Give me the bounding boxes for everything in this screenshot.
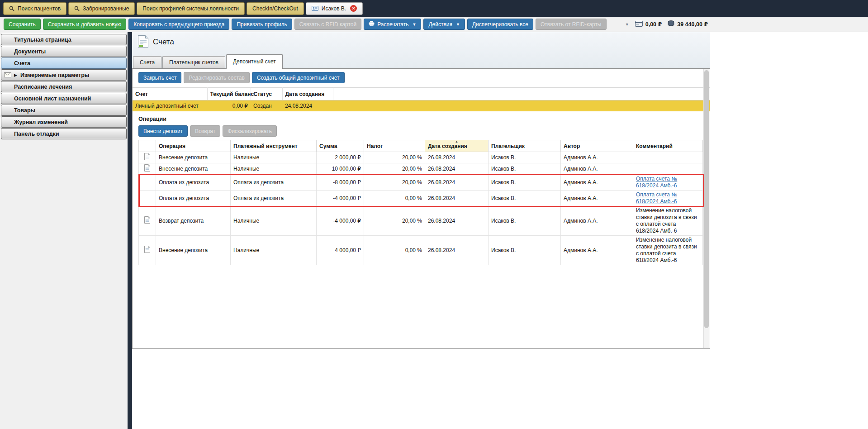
app-window: Поиск пациентовЗабронированныеПоиск проф… <box>0 0 868 429</box>
deposit-account-panel: Закрыть счетРедактировать составСоздать … <box>132 68 710 349</box>
tab-label: CheckIn/CheckOut <box>252 5 298 12</box>
button-label: Отвязать от RFID-карты <box>541 21 602 28</box>
sidebar-item-title-page[interactable]: Титульная страница <box>1 34 127 45</box>
operation-row[interactable]: Внесение депозитаНаличные2 000,00 ₽20,00… <box>139 152 703 163</box>
card-balance: 0,00 ₽ <box>635 21 662 28</box>
invoice-payment-link[interactable]: Оплата счета № 618/2024 Амб.-6 <box>636 176 677 189</box>
copy-from-previous-visit-button[interactable]: Копировать с предыдущего приезда <box>128 19 229 30</box>
sidebar-divider <box>128 32 132 429</box>
column-header[interactable]: Операция <box>156 140 231 152</box>
sidebar-item-label: Товары <box>14 107 35 114</box>
operations-table-wrap: ОперацияПлатежный инструментСуммаНалог▲Д… <box>138 140 703 265</box>
tab-loyalty-profile-search[interactable]: Поиск профилей системы лояльности <box>137 2 245 15</box>
button-label: Действия <box>428 21 452 28</box>
document-icon[interactable] <box>144 248 150 254</box>
tab-deposit-account[interactable]: Депозитный счет <box>226 54 283 69</box>
tab-booked-patients[interactable]: Забронированные <box>68 2 135 15</box>
tab-label: Забронированные <box>83 5 129 12</box>
column-header[interactable]: Платежный инструмент <box>231 140 317 152</box>
deposit-balance: 39 440,00 ₽ <box>668 20 708 28</box>
tab-accounts[interactable]: Счета <box>133 56 161 68</box>
operations-header-row: ОперацияПлатежный инструментСуммаНалог▲Д… <box>139 140 703 152</box>
sidebar-item-main-prescription-list[interactable]: Основной лист назначений <box>1 93 127 104</box>
button-label: Связать с RFID картой <box>299 21 356 28</box>
operation-row[interactable]: Оплата из депозитаОплата из депозита-8 0… <box>139 175 703 191</box>
actions-button[interactable]: Действия▼ <box>423 19 465 30</box>
vertical-scrollbar[interactable] <box>703 69 709 348</box>
deposit-account-row[interactable]: Личный депозитный счет0,00 ₽Создан24.08.… <box>133 100 710 111</box>
close-account-button[interactable]: Закрыть счет <box>138 72 181 83</box>
operation-row[interactable]: Оплата из депозитаОплата из депозита-4 0… <box>139 191 703 206</box>
operations-table: ОперацияПлатежный инструментСуммаНалог▲Д… <box>138 140 703 265</box>
tab-patient-search[interactable]: Поиск пациентов <box>3 2 66 15</box>
link-profile-button[interactable]: Привязать профиль <box>232 19 292 30</box>
button-label: Привязать профиль <box>237 21 287 28</box>
unlink-rfid-card-button[interactable]: Отвязать от RFID-карты <box>536 19 607 30</box>
operation-row[interactable]: Внесение депозитаНаличные10 000,00 ₽20,0… <box>139 163 703 175</box>
sidebar: Титульная страницаДокументыСчета▶Измеряе… <box>0 32 128 429</box>
close-tab-icon[interactable]: × <box>350 5 357 12</box>
tab-checkin-checkout[interactable]: CheckIn/CheckOut <box>247 2 304 15</box>
sidebar-item-goods[interactable]: Товары <box>1 105 127 116</box>
column-header[interactable]: Текущий баланс <box>207 88 251 100</box>
button-label: Копировать с предыдущего приезда <box>133 21 224 28</box>
expand-arrow-icon[interactable]: ▶ <box>14 73 17 77</box>
save-button[interactable]: Сохранить <box>4 19 41 30</box>
content-header: Счета СчетаПлательщик счетовДепозитный с… <box>132 32 710 68</box>
fiscalize-button[interactable]: Фискализировать <box>223 125 277 137</box>
column-header[interactable]: Плательщик <box>489 140 561 152</box>
save-and-add-new-button[interactable]: Сохранить и добавить новую <box>43 19 127 30</box>
create-shared-deposit-account-button[interactable]: Создать общий депозитный счет <box>252 72 345 83</box>
column-header[interactable]: Сумма <box>317 140 364 152</box>
tab-bill-payer[interactable]: Плательщик счетов <box>162 56 225 68</box>
sort-asc-icon: ▲ <box>455 140 458 143</box>
refund-button[interactable]: Возврат <box>190 125 220 137</box>
card-balance-value: 0,00 ₽ <box>645 21 662 28</box>
column-header[interactable]: Счет <box>133 88 207 100</box>
column-header[interactable]: Автор <box>561 140 633 152</box>
main-content: Счета СчетаПлательщик счетовДепозитный с… <box>132 32 868 429</box>
sidebar-item-label: Панель отладки <box>14 131 59 137</box>
link-rfid-card-button[interactable]: Связать с RFID картой <box>294 19 361 30</box>
operation-row[interactable]: Внесение депозитаНаличные4 000,00 ₽0,00 … <box>139 236 703 265</box>
add-deposit-button[interactable]: Внести депозит <box>138 125 188 137</box>
top-tab-bar: Поиск пациентовЗабронированныеПоиск проф… <box>0 0 868 17</box>
column-header[interactable]: Налог <box>364 140 425 152</box>
print-button[interactable]: Распечатать▼ <box>364 19 421 30</box>
sidebar-item-change-log[interactable]: Журнал изменений <box>1 116 127 128</box>
column-header[interactable]: Комментарий <box>633 140 703 152</box>
title-band: Счета <box>132 32 710 52</box>
tab-label: Плательщик счетов <box>169 59 218 66</box>
column-filler <box>333 88 710 100</box>
document-icon[interactable] <box>144 219 150 225</box>
toolbar-buttons: СохранитьСохранить и добавить новуюКопир… <box>4 19 607 30</box>
card-reader-icon <box>635 21 643 28</box>
button-label: Диспетчеризовать все <box>472 21 528 28</box>
toolbar-overflow-icon[interactable]: ▾ <box>626 22 628 27</box>
tab-patient-isakov[interactable]: Исаков В.× <box>306 2 363 15</box>
icon-column-header[interactable] <box>139 140 156 152</box>
tab-label: Поиск профилей системы лояльности <box>142 5 239 12</box>
scrollbar-thumb[interactable] <box>704 70 709 328</box>
sidebar-item-measured-parameters[interactable]: ▶Измеряемые параметры <box>1 69 127 81</box>
dispatch-all-button[interactable]: Диспетчеризовать все <box>467 19 533 30</box>
sidebar-item-documents[interactable]: Документы <box>1 46 127 57</box>
sidebar-item-accounts[interactable]: Счета <box>1 57 127 69</box>
sidebar-item-debug-panel[interactable]: Панель отладки <box>1 128 127 139</box>
document-icon[interactable] <box>144 155 150 162</box>
document-icon[interactable] <box>144 167 150 173</box>
button-label: Сохранить <box>9 21 36 28</box>
patient-icon <box>312 6 318 11</box>
sidebar-item-label: Расписание лечения <box>14 84 72 90</box>
tab-label: Поиск пациентов <box>18 5 61 12</box>
column-header[interactable]: Дата создания <box>282 88 333 100</box>
invoice-payment-link[interactable]: Оплата счета № 618/2024 Амб.-6 <box>636 191 677 205</box>
column-header[interactable]: ▲Дата создания <box>425 140 489 152</box>
edit-composition-button[interactable]: Редактировать состав <box>184 72 249 83</box>
search-icon <box>9 6 14 11</box>
printer-icon <box>369 21 375 28</box>
column-header[interactable]: Статус <box>251 88 282 100</box>
sidebar-item-label: Журнал изменений <box>14 119 68 125</box>
operation-row[interactable]: Возврат депозитаНаличные-4 000,00 ₽20,00… <box>139 206 703 236</box>
sidebar-item-treatment-schedule[interactable]: Расписание лечения <box>1 81 127 92</box>
